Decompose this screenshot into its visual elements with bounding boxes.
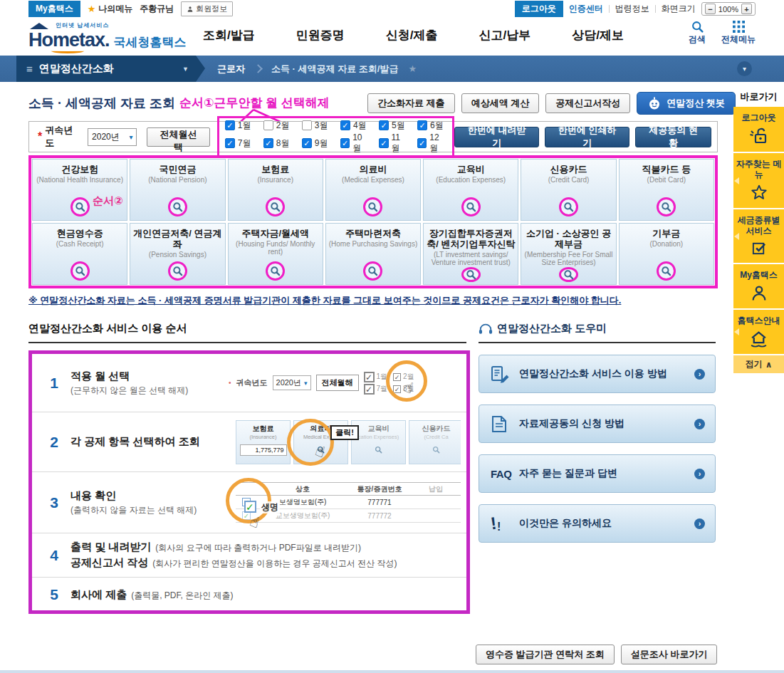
month-checkbox-11[interactable]: [379, 138, 389, 148]
category-card-donation[interactable]: 기부금(Donation): [619, 223, 714, 285]
category-card-housing-funds[interactable]: 주택자금/월세액(Housing Funds/ Monthly rent): [228, 223, 323, 285]
month-option-10[interactable]: 10월: [340, 132, 370, 155]
month-option-7[interactable]: 7월: [225, 132, 254, 155]
month-checkbox-4[interactable]: [340, 120, 350, 130]
my-menu-link[interactable]: ★ 나의메뉴: [88, 3, 133, 15]
deduction-report-button[interactable]: 공제신고서작성: [545, 93, 630, 113]
submit-simplified-data-button[interactable]: 간소화자료 제출: [367, 93, 455, 113]
caret-down-icon: ▼: [182, 66, 189, 73]
magnifier-highlight[interactable]: [70, 197, 90, 216]
magnifier-highlight[interactable]: [657, 261, 676, 281]
month-option-2[interactable]: 2월: [263, 120, 293, 132]
steps-section-title: 연말정산간소화 서비스 이용 순서: [28, 322, 466, 343]
magnifier-highlight[interactable]: [266, 197, 285, 216]
category-card-cash-receipt[interactable]: 현금영수증(Cash Receipt): [32, 223, 127, 285]
magnifier-highlight[interactable]: [559, 197, 578, 216]
survey-button[interactable]: 설문조사 바로가기: [621, 645, 718, 664]
magnifier-highlight[interactable]: [363, 261, 382, 281]
select-all-months-button[interactable]: 전체월선택: [147, 127, 209, 147]
hometax-logo[interactable]: 인터넷 납세서비스 Hometax. 국세청홈택스: [28, 21, 187, 51]
issuer-contact-button[interactable]: 영수증 발급기관 연락처 조회: [476, 645, 615, 664]
magnifier-highlight[interactable]: [168, 197, 187, 216]
download-all-button[interactable]: 한번에 내려받기: [454, 127, 539, 147]
bookmark-star-icon[interactable]: ★: [408, 63, 417, 74]
category-card-medical[interactable]: 의료비(Medical Expenses): [325, 159, 421, 221]
helper-consent-guide[interactable]: 자료제공동의 신청 방법 ›: [479, 405, 716, 443]
sidebar-collapse-button[interactable]: 접기 ∧: [733, 355, 784, 373]
month-checkbox-6[interactable]: [417, 120, 427, 130]
sidebar-item-favorite-menu[interactable]: 자주찾는 메뉴: [733, 153, 784, 209]
chatbot-button[interactable]: 연말정산 챗봇: [637, 92, 736, 115]
magnifier-highlight[interactable]: [657, 197, 676, 216]
step-desc-2: (회사가 편리한 연말정산을 이용하는 경우 공제신고서 전산 작성): [152, 558, 397, 568]
category-card-education[interactable]: 교육비(Education Expenses): [423, 159, 518, 221]
magnifier-highlight[interactable]: [461, 197, 481, 216]
sidebar-item-my-hometax[interactable]: My홈택스: [733, 264, 784, 310]
category-card-credit-card[interactable]: 신용카드(Credit Card): [521, 159, 616, 221]
all-menu-button[interactable]: 전체메뉴: [721, 21, 756, 46]
month-checkbox-5[interactable]: [379, 120, 389, 130]
helper-usage-guide[interactable]: 연말정산간소화 서비스 이용 방법 ›: [479, 355, 716, 393]
magnifier-highlight[interactable]: [559, 267, 578, 282]
month-option-5[interactable]: 5월: [379, 120, 408, 132]
nav-civil-certificates[interactable]: 민원증명: [296, 27, 345, 43]
breadcrumb-current[interactable]: 소득 · 세액공제 자료 조회/발급: [271, 63, 398, 75]
magnifier-highlight[interactable]: [168, 261, 187, 281]
month-option-6[interactable]: 6월: [417, 120, 446, 132]
category-card-home-savings[interactable]: 주택마련저축(Home Purchasing Savings): [325, 223, 421, 285]
month-option-12[interactable]: 12월: [417, 132, 446, 155]
auth-center-link[interactable]: 인증센터: [569, 3, 603, 15]
zoom-control: − 100% +: [701, 2, 756, 16]
print-all-button[interactable]: 한번에 인쇄하기: [545, 127, 629, 147]
magnifier-highlight[interactable]: [363, 197, 382, 216]
month-checkbox-8[interactable]: [263, 138, 273, 148]
zoom-out-button[interactable]: −: [705, 4, 716, 14]
estimate-tax-button[interactable]: 예상세액 계산: [461, 93, 540, 113]
month-label: 1월: [238, 120, 251, 132]
sidebar-item-hometax-guide[interactable]: 홈택스안내: [733, 310, 784, 355]
nav-collapse-toggle[interactable]: ▾: [737, 61, 752, 76]
month-checkbox-7[interactable]: [225, 138, 235, 148]
helper-faq[interactable]: FAQ 자주 묻는 질문과 답변 ›: [479, 454, 716, 493]
magnifier-highlight[interactable]: [461, 267, 481, 282]
nav-report-pay[interactable]: 신고/납부: [479, 27, 530, 43]
law-info-link[interactable]: 법령정보: [615, 3, 649, 15]
month-checkbox-10[interactable]: [340, 138, 350, 148]
zoom-in-button[interactable]: +: [741, 4, 752, 14]
month-option-9[interactable]: 9월: [302, 132, 331, 155]
year-select[interactable]: 2020년 ▾: [88, 128, 137, 146]
my-hometax-button[interactable]: My홈택스: [28, 1, 80, 17]
magnifier-icon: [75, 202, 85, 212]
helper-caution[interactable]: !! 이것만은 유의하세요 ›: [479, 504, 716, 543]
month-checkbox-9[interactable]: [302, 138, 312, 148]
category-card-lt-investment[interactable]: 장기집합투자증권저축/ 벤처기업투자신탁(LT investment savin…: [423, 223, 518, 285]
nav-inquiry-issue[interactable]: 조회/발급: [203, 27, 255, 43]
sidebar-item-logout[interactable]: 로그아웃: [733, 107, 784, 153]
nav-consult-report[interactable]: 상담/제보: [572, 27, 624, 43]
section-menu-dropdown[interactable]: ≡ 연말정산간소화 ▼: [16, 56, 196, 82]
month-option-4[interactable]: 4월: [340, 120, 370, 132]
logout-button[interactable]: 로그아웃: [515, 1, 563, 17]
category-card-national-pension[interactable]: 국민연금(National Pension): [130, 159, 225, 221]
month-checkbox-3[interactable]: [302, 120, 312, 130]
magnifier-highlight[interactable]: [266, 261, 285, 281]
nav-apply-submit[interactable]: 신청/제출: [386, 27, 438, 43]
sidebar-item-tax-services[interactable]: 세금종류별 서비스: [733, 209, 784, 264]
category-card-insurance[interactable]: 보험료(Insurance): [228, 159, 323, 221]
month-option-8[interactable]: 8월: [263, 132, 293, 155]
month-option-11[interactable]: 11월: [379, 132, 408, 155]
category-card-debit-card[interactable]: 직불카드 등(Debit Card): [619, 159, 714, 221]
search-button[interactable]: 검색: [689, 21, 706, 46]
magnifier-highlight[interactable]: [70, 261, 90, 281]
month-checkbox-12[interactable]: [417, 138, 427, 148]
month-option-3[interactable]: 3월: [302, 120, 331, 132]
category-card-pension-savings[interactable]: 개인연금저축/ 연금계좌(Pension Savings): [130, 223, 225, 285]
category-card-small-business[interactable]: 소기업 · 소상공인 공제부금(Membership Fee For Small…: [521, 223, 616, 285]
consent-status-button[interactable]: 제공동의 현황: [635, 127, 711, 147]
month-checkbox-2[interactable]: [263, 120, 273, 130]
month-checkbox-1[interactable]: [225, 120, 235, 130]
month-option-1[interactable]: 1월: [225, 120, 254, 132]
member-info-button[interactable]: 회원정보: [181, 1, 233, 16]
breadcrumb-worker[interactable]: 근로자: [217, 63, 245, 75]
category-card-health-insurance[interactable]: 건강보험(National Health Insurance): [32, 159, 127, 221]
